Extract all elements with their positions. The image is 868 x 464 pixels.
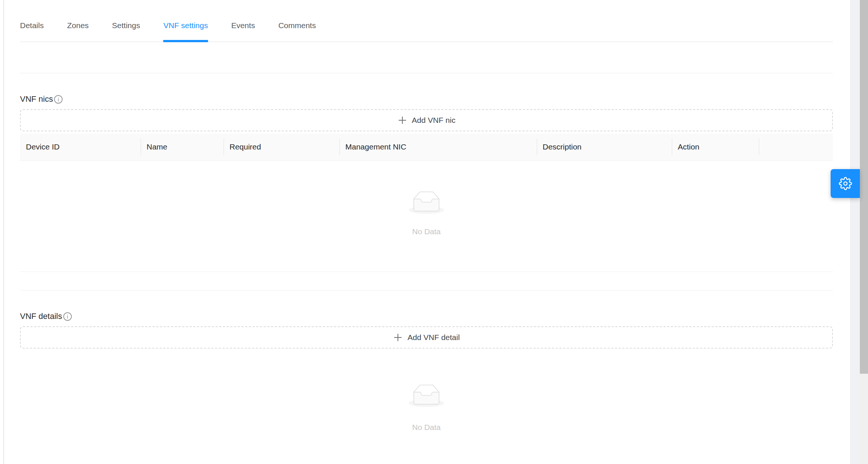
column-header-device-id: Device ID bbox=[20, 134, 141, 160]
tab-zones[interactable]: Zones bbox=[67, 10, 88, 41]
settings-gear-button[interactable] bbox=[831, 169, 860, 198]
info-circle-icon[interactable]: i bbox=[63, 312, 72, 321]
scrollbar-track[interactable] bbox=[860, 0, 868, 464]
section-divider bbox=[20, 290, 833, 290]
plus-icon bbox=[398, 115, 407, 125]
vnf-nics-title: VNF nicsi bbox=[20, 94, 833, 105]
add-vnf-nic-label: Add VNF nic bbox=[412, 116, 456, 125]
table-bottom-border bbox=[20, 272, 833, 272]
no-data-text: No Data bbox=[412, 422, 440, 433]
column-header-spacer bbox=[759, 134, 833, 160]
add-vnf-detail-label: Add VNF detail bbox=[408, 333, 460, 342]
empty-box-icon bbox=[409, 384, 444, 407]
plus-icon bbox=[393, 333, 403, 342]
no-data-text: No Data bbox=[412, 226, 440, 237]
add-vnf-detail-button[interactable]: Add VNF detail bbox=[20, 326, 833, 349]
tab-vnf-settings[interactable]: VNF settings bbox=[163, 10, 208, 41]
vnf-details-empty-state: No Data bbox=[20, 349, 833, 433]
tab-comments[interactable]: Comments bbox=[278, 10, 316, 41]
gear-icon bbox=[839, 177, 852, 190]
vnf-nics-title-text: VNF nics bbox=[20, 94, 53, 105]
column-header-required: Required bbox=[224, 134, 339, 160]
tab-details[interactable]: Details bbox=[20, 10, 44, 41]
scrollbar-thumb[interactable] bbox=[860, 0, 868, 374]
empty-box-icon bbox=[409, 191, 444, 214]
vnf-details-title: VNF detailsi bbox=[20, 311, 833, 322]
vnf-nics-empty-state: No Data bbox=[20, 161, 833, 237]
add-vnf-nic-button[interactable]: Add VNF nic bbox=[20, 109, 833, 131]
tab-settings[interactable]: Settings bbox=[112, 10, 140, 41]
vnf-settings-page: { "tabs": { "items": [ { "label": "Detai… bbox=[0, 0, 868, 464]
column-header-name: Name bbox=[141, 134, 224, 160]
column-header-description: Description bbox=[537, 134, 672, 160]
tab-events[interactable]: Events bbox=[231, 10, 255, 41]
page-background-strip bbox=[850, 0, 860, 464]
tab-bar: Details Zones Settings VNF settings Even… bbox=[20, 0, 833, 42]
vnf-nics-table-header: Device ID Name Required Management NIC D… bbox=[20, 134, 833, 161]
main-content: Details Zones Settings VNF settings Even… bbox=[20, 0, 833, 433]
panel-left-border bbox=[3, 0, 4, 464]
info-circle-icon[interactable]: i bbox=[54, 95, 63, 104]
column-header-action: Action bbox=[672, 134, 759, 160]
vnf-details-title-text: VNF details bbox=[20, 311, 62, 322]
section-divider bbox=[20, 73, 833, 73]
column-header-management-nic: Management NIC bbox=[339, 134, 537, 160]
